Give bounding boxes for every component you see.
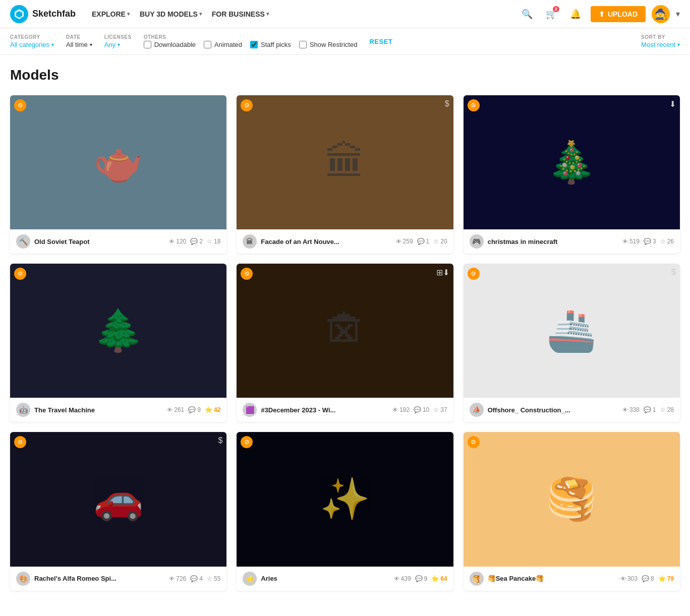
views-stat: 👁 192: [392, 406, 410, 413]
others-filter: OTHERS Downloadable Animated Staff picks…: [144, 34, 358, 48]
card-icon: ⊞⬇: [436, 268, 449, 277]
model-card: 🏛 ⚙ $ 🏛 Facade of an Art Nouve... 👁 259 …: [237, 95, 453, 254]
show-restricted-checkbox-item[interactable]: Show Restricted: [299, 41, 358, 48]
navbar-right: 🔍 🛒 2 🔔 ⬆ UPLOAD 🧙 ▾: [518, 5, 680, 23]
cart-badge: 2: [553, 6, 559, 12]
likes-count: 64: [440, 575, 447, 582]
model-name: christmas in minecraft: [488, 238, 618, 245]
model-thumbnail[interactable]: 🏚 ⚙ ⊞⬇: [237, 264, 453, 398]
comments-stat: 💬 4: [190, 575, 203, 582]
user-avatar[interactable]: 🧙: [652, 5, 670, 23]
staff-picks-checkbox[interactable]: [250, 41, 258, 48]
model-info: 🥞 🥞Sea Pancake🥞 👁 303 💬 8 ⭐ 79: [464, 567, 680, 591]
logo[interactable]: Sketchfab: [10, 5, 76, 23]
model-thumbnail[interactable]: ✨ ⚙: [237, 432, 453, 566]
navbar: Sketchfab EXPLORE ▾ BUY 3D MODELS ▾ FOR …: [0, 0, 690, 28]
staff-picks-checkbox-item[interactable]: Staff picks: [250, 41, 291, 48]
search-button[interactable]: 🔍: [518, 5, 536, 23]
nav-for-business[interactable]: FOR BUSINESS ▾: [208, 7, 273, 21]
model-name: Offshore_ Construction_...: [488, 406, 618, 414]
eye-icon: 👁: [169, 238, 175, 244]
staff-pick-icon: ⚙: [18, 102, 23, 109]
model-thumbnail[interactable]: 🚗 ⚙ $: [10, 432, 226, 566]
model-thumbnail[interactable]: 🏛 ⚙ $: [237, 95, 453, 229]
model-name: Old Soviet Teapot: [34, 238, 165, 245]
animated-checkbox[interactable]: [204, 41, 211, 48]
model-visual: 🚢: [464, 264, 680, 398]
star-icon: ☆: [433, 238, 439, 245]
likes-stat: ☆ 37: [433, 406, 447, 413]
category-filter: CATEGORY All categories ▾: [10, 34, 54, 48]
nav-buy-3d[interactable]: BUY 3D MODELS ▾: [136, 7, 206, 21]
model-avatar: 🥞: [470, 572, 484, 586]
staff-pick-icon: ⚙: [244, 439, 250, 446]
staff-pick-badge: ⚙: [14, 99, 26, 111]
comments-stat: 💬 8: [642, 575, 654, 582]
comments-count: 10: [423, 406, 429, 413]
model-name: Aries: [261, 575, 389, 582]
buy-chevron-icon: ▾: [199, 11, 202, 17]
eye-icon: 👁: [169, 576, 175, 582]
likes-stat: ⭐ 79: [658, 575, 674, 582]
model-avatar: ⛵: [470, 403, 484, 417]
model-visual: 🫖: [10, 95, 226, 229]
model-info: 🎨 Rachel's Alfa Romeo Spi... 👁 726 💬 4 ☆…: [10, 567, 226, 591]
nav-explore[interactable]: EXPLORE ▾: [88, 7, 134, 21]
user-menu-chevron[interactable]: ▾: [676, 9, 680, 19]
model-thumbnail[interactable]: 🥞 ⚙: [464, 432, 680, 566]
category-dropdown[interactable]: All categories ▾: [10, 41, 54, 48]
model-info: 🔨 Old Soviet Teapot 👁 120 💬 2 ☆ 18: [10, 229, 226, 254]
show-restricted-checkbox[interactable]: [299, 41, 307, 48]
comments-stat: 💬 1: [417, 238, 430, 245]
model-stats: 👁 261 💬 9 ⭐ 42: [167, 406, 220, 413]
likes-count: 79: [667, 575, 674, 582]
upload-icon: ⬆: [599, 10, 605, 18]
comments-count: 4: [199, 575, 203, 582]
model-stats: 👁 303 💬 8 ⭐ 79: [620, 575, 674, 582]
comments-stat: 💬 1: [644, 406, 656, 413]
animated-checkbox-item[interactable]: Animated: [204, 41, 242, 48]
model-thumbnail[interactable]: 🎄 ⚙ ⬇: [464, 95, 680, 229]
licenses-dropdown[interactable]: Any ▾: [104, 41, 132, 48]
sort-label: SORT BY: [641, 34, 680, 40]
views-count: 303: [627, 575, 638, 582]
model-info: ⭐ Aries 👁 439 💬 9 ⭐ 64: [237, 567, 453, 591]
views-stat: 👁 261: [167, 406, 184, 413]
model-card: 🏚 ⚙ ⊞⬇ 🟪 #3December 2023 - Wi... 👁 192 💬: [237, 264, 453, 422]
views-stat: 👁 439: [394, 575, 411, 582]
model-name: Rachel's Alfa Romeo Spi...: [34, 575, 165, 582]
downloadable-checkbox-item[interactable]: Downloadable: [144, 41, 196, 48]
model-avatar: 🏛: [243, 234, 257, 249]
cart-button[interactable]: 🛒 2: [542, 5, 560, 23]
downloadable-checkbox[interactable]: [144, 41, 151, 48]
date-label: DATE: [66, 34, 92, 40]
model-thumbnail[interactable]: 🚢 ⚙ $: [464, 264, 680, 398]
likes-count: 28: [667, 406, 674, 413]
views-stat: 👁 519: [622, 238, 640, 245]
category-chevron-icon: ▾: [51, 42, 54, 47]
date-dropdown[interactable]: All time ▾: [66, 41, 92, 48]
likes-count: 42: [214, 406, 220, 413]
likes-stat: ☆ 55: [207, 575, 220, 582]
staff-pick-icon: ⚙: [471, 439, 476, 446]
reset-button[interactable]: RESET: [369, 38, 392, 45]
model-thumbnail[interactable]: 🌲 ⚙: [10, 264, 226, 398]
comments-count: 1: [426, 238, 430, 245]
model-name: Facade of an Art Nouve...: [261, 238, 391, 245]
model-avatar: 🤖: [16, 403, 30, 417]
upload-button[interactable]: ⬆ UPLOAD: [591, 6, 646, 22]
date-chevron-icon: ▾: [90, 42, 92, 47]
model-card: 🌲 ⚙ 🤖 The Travel Machine 👁 261 💬 9: [10, 264, 226, 422]
page-title: Models: [10, 67, 680, 83]
comments-stat: 💬 2: [190, 238, 203, 245]
model-thumbnail[interactable]: 🫖 ⚙: [10, 95, 226, 229]
sort-dropdown[interactable]: Most recent ▾: [641, 41, 680, 48]
star-icon: ☆: [433, 406, 439, 413]
likes-stat: ☆ 18: [207, 238, 220, 245]
main-nav: EXPLORE ▾ BUY 3D MODELS ▾ FOR BUSINESS ▾: [88, 7, 273, 21]
star-icon: ⭐: [658, 575, 666, 582]
comment-icon: 💬: [642, 575, 649, 582]
staff-pick-icon: ⚙: [244, 102, 250, 109]
notifications-button[interactable]: 🔔: [566, 5, 585, 23]
model-visual: 🎄: [464, 95, 680, 229]
